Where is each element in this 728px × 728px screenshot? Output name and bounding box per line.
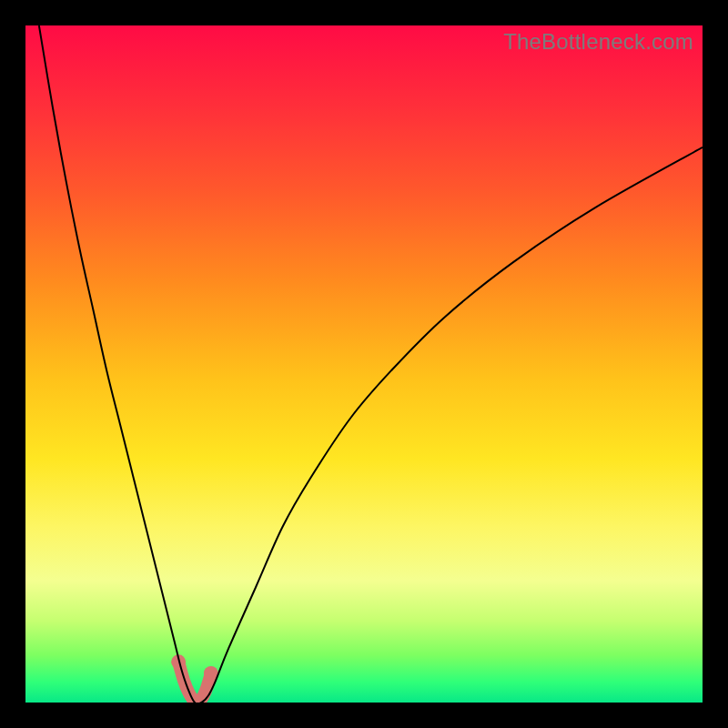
plot-area: TheBottleneck.com (25, 25, 703, 703)
curve-overlay (25, 25, 703, 703)
highlight-segment (178, 662, 211, 702)
chart-frame: TheBottleneck.com (0, 0, 728, 728)
bottleneck-curve (39, 25, 703, 703)
